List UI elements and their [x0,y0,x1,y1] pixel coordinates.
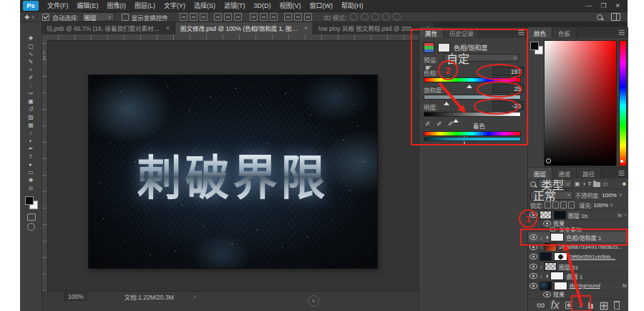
eye-icon[interactable] [543,292,551,297]
foreground-color-swatch[interactable] [25,196,34,205]
show-transform-checkbox[interactable] [122,14,129,21]
fx-badge[interactable]: fx [623,282,627,289]
3d-rotate-icon[interactable] [350,13,358,21]
distribute-left-icon[interactable] [284,13,292,21]
menu-file[interactable]: 文件(F) [43,0,73,11]
eye-icon[interactable] [530,244,537,250]
layer-row-hue-saturation[interactable]: ↓ ◑ 色相/饱和度 1 [528,232,628,243]
hue-slider[interactable] [424,77,521,82]
minimize-button[interactable]: — [585,2,592,9]
new-group-icon[interactable] [588,304,593,309]
3d-roll-icon[interactable] [361,13,369,21]
crop-tool[interactable]: ⌗ [20,66,42,74]
lightness-value-field[interactable]: -26 [492,101,524,110]
layer-row-top[interactable]: 图层 1b fx ^ [528,211,628,220]
restore-button[interactable]: ❐ [600,2,606,9]
dodge-tool[interactable]: ◐ [20,137,42,145]
close-button[interactable]: ✕ [615,2,620,9]
menu-image[interactable]: 图像(I) [103,0,131,11]
document-tab-3[interactable]: low ploy 风格 图文教程.psd @ 200% (画板 2, ... × [313,21,435,34]
close-icon[interactable]: × [304,24,308,32]
color-picker-field[interactable] [544,40,617,166]
path-select-tool[interactable]: ▸ [20,161,42,168]
layer-thumbnail[interactable] [540,282,552,290]
eye-icon[interactable] [550,227,556,231]
hue-value-field[interactable]: 197 [492,67,524,76]
auto-select-target-dropdown[interactable]: 图层 ∨ [82,12,114,21]
menu-type[interactable]: 文字(Y) [160,0,190,11]
search-icon[interactable] [597,14,602,20]
marquee-tool[interactable]: ▢ [20,42,42,50]
distribute-bottom-icon[interactable] [270,13,278,21]
hue-strip-marker[interactable] [620,160,623,163]
lock-pixels-icon[interactable] [552,201,559,209]
layer-thumbnail[interactable] [554,211,566,219]
3d-scale-icon[interactable] [393,13,401,21]
new-layer-icon[interactable]: ⊞ [599,299,608,311]
color-picker-cursor[interactable] [546,158,551,163]
screen-mode-icon[interactable] [27,223,35,231]
effect-item-row[interactable]: 渐变叠加 [528,226,628,232]
filter-pixel-layers-icon[interactable]: ▣ [575,181,580,187]
layer-row-hash1[interactable]: ↓ 2b46ba7534917f8ca25... [528,243,628,252]
3d-drag-icon[interactable] [371,13,379,21]
effects-row[interactable]: 效果 [528,291,628,297]
gradient-tool[interactable]: ▦ [20,121,42,129]
blur-tool[interactable]: ○ [20,129,42,137]
eyedropper-sample-icon[interactable]: ✐ [425,120,431,128]
blend-mode-dropdown[interactable]: 正常 ∨ [530,191,573,200]
new-adjustment-layer-icon[interactable]: ◑ [578,302,582,310]
align-bottom-edges-icon[interactable] [234,13,242,21]
align-left-edges-icon[interactable] [180,13,187,21]
document-tab-1[interactable]: 坑.psb @ 66.7% (16, 接着我们要对素材进行图... × [42,21,175,34]
distribute-v-center-icon[interactable] [260,13,268,21]
layer-mask-thumbnail[interactable] [554,252,567,261]
tab-properties[interactable]: 属性 [419,27,444,38]
menu-view[interactable]: 视图(V) [275,0,306,11]
layer-mask-thumbnail[interactable] [554,282,567,290]
filter-adjustment-layers-icon[interactable]: ◑ [582,181,586,187]
opacity-value[interactable]: 100% [602,192,616,198]
tab-swatches[interactable]: 色板 [552,27,577,38]
lightness-slider[interactable] [424,112,521,117]
foreground-background-swatches[interactable] [25,196,38,209]
document-canvas-image[interactable]: 刺破界限 [89,75,377,268]
filter-type-layers-icon[interactable]: T [587,181,591,187]
filter-smart-objects-icon[interactable]: ▭ [602,181,608,187]
eyedropper-add-icon[interactable]: ✐ [436,120,442,128]
shape-tool[interactable]: ▭ [20,168,42,176]
menu-filter[interactable]: 滤镜(T) [220,0,250,11]
align-h-centers-icon[interactable] [190,13,197,21]
eye-icon[interactable] [530,283,537,289]
document-tab-2-active[interactable]: 图文修改.psd @ 100% (色相/饱和度 1, 图层蒙版/8) * × [175,21,313,34]
3d-slide-icon[interactable] [382,13,390,21]
quick-select-tool[interactable]: ✎ [20,58,42,66]
layer-row-background[interactable]: Background fx [528,281,628,291]
layer-mask-thumbnail[interactable] [550,233,564,241]
preset-dropdown[interactable]: 自定 ∨ [444,54,519,62]
menu-edit[interactable]: 编辑(E) [73,0,103,11]
eye-icon[interactable] [530,212,537,218]
fill-value[interactable]: 100% [593,202,608,209]
layer-thumbnail[interactable] [545,262,557,271]
eye-icon[interactable] [530,254,537,259]
eyedropper-subtract-icon[interactable]: ✐ [448,120,454,128]
hue-strip[interactable] [619,40,627,166]
type-tool[interactable]: T [20,153,42,161]
link-layers-icon[interactable]: ∞ [537,299,545,311]
align-v-centers-icon[interactable] [224,13,232,21]
eye-icon[interactable] [530,234,537,240]
lightness-slider-thumb[interactable] [453,116,459,123]
lasso-tool[interactable]: ∿ [20,50,42,58]
effects-row[interactable]: 效果 [528,220,628,226]
quick-mask-icon[interactable] [27,214,36,221]
close-icon[interactable]: × [166,24,170,32]
fx-badge[interactable]: fx [618,212,622,219]
tab-paths[interactable]: 路径 [577,168,601,178]
filter-toggle-icon[interactable]: • [622,178,626,191]
saturation-value-field[interactable]: 25 [492,84,524,93]
eye-icon[interactable] [530,273,537,279]
workspace-switcher-icon[interactable] [611,13,620,21]
status-chevron-icon[interactable]: › [194,293,196,300]
brush-tool[interactable]: ✑ [20,90,42,97]
